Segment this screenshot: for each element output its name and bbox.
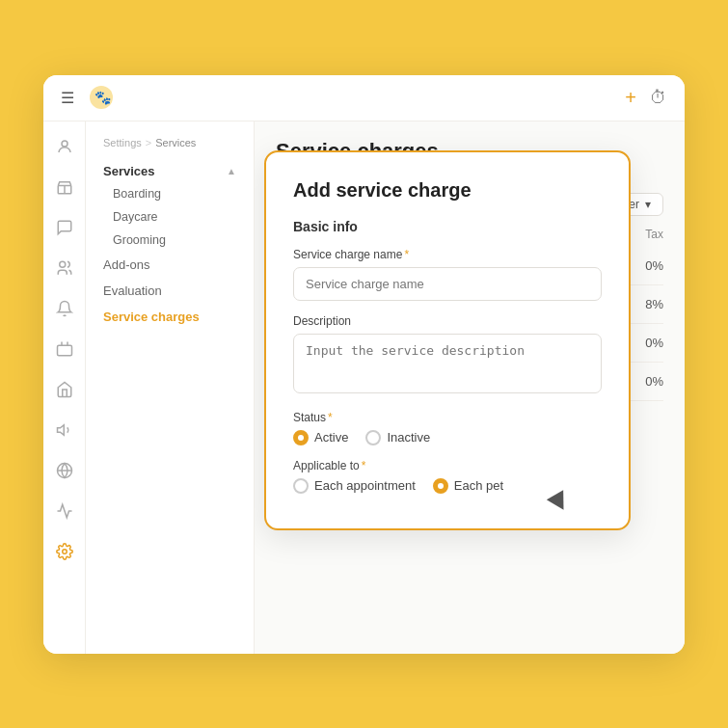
network-icon[interactable] (51, 457, 78, 484)
svg-text:🐾: 🐾 (94, 90, 112, 106)
name-field-label: Service charge name * (293, 248, 602, 261)
top-bar-right: + ⏱ (625, 87, 667, 109)
status-active-radio[interactable] (293, 430, 309, 445)
megaphone-icon[interactable] (51, 417, 78, 444)
sidebar-icons (43, 121, 86, 654)
status-radio-group: Active Inactive (293, 430, 602, 445)
modal-title: Add service charge (293, 179, 602, 202)
mouse-cursor (547, 490, 572, 515)
building-icon[interactable] (51, 376, 78, 403)
status-active-option[interactable]: Active (293, 430, 348, 445)
applicable-radio-group: Each appointment Each pet (293, 478, 602, 494)
tag-icon[interactable] (51, 336, 78, 363)
top-bar-left: ☰ 🐾 (61, 84, 115, 111)
status-required-star: * (328, 411, 333, 424)
chat-icon[interactable] (51, 214, 78, 241)
people-icon[interactable] (51, 255, 78, 282)
sidebar-item-boarding[interactable]: Boarding (86, 182, 254, 205)
status-inactive-option[interactable]: Inactive (365, 430, 430, 445)
applicable-required-star: * (362, 459, 366, 472)
applicable-appointment-label: Each appointment (314, 478, 416, 493)
name-required-star: * (404, 248, 409, 261)
store-icon[interactable] (51, 174, 78, 201)
breadcrumb-separator: > (146, 137, 151, 148)
top-bar: ☰ 🐾 + ⏱ (43, 75, 685, 121)
applicable-appointment-radio[interactable] (293, 478, 309, 494)
breadcrumb: Settings > Services (86, 137, 254, 160)
add-service-charge-modal: Add service charge Basic info Service ch… (264, 150, 631, 530)
breadcrumb-parent: Settings (103, 137, 142, 148)
user-icon[interactable] (51, 133, 78, 160)
sidebar-item-grooming[interactable]: Grooming (86, 229, 254, 252)
nav-sidebar: Settings > Services Services ▲ Boarding … (86, 121, 255, 654)
status-field-label: Status * (293, 411, 602, 424)
chart-icon[interactable] (51, 498, 78, 525)
svg-point-2 (62, 141, 67, 147)
applicable-pet-option[interactable]: Each pet (433, 478, 503, 494)
logo-icon: 🐾 (88, 84, 115, 111)
svg-point-9 (62, 549, 67, 553)
status-inactive-label: Inactive (387, 430, 430, 445)
svg-point-5 (59, 261, 65, 267)
nav-services-header[interactable]: Services ▲ (86, 160, 254, 182)
modal-overlay: Add service charge Basic info Service ch… (255, 121, 685, 654)
bell-icon[interactable] (51, 295, 78, 322)
applicable-field-label: Applicable to * (293, 459, 602, 472)
applicable-appointment-option[interactable]: Each appointment (293, 478, 416, 494)
svg-rect-6 (57, 345, 71, 356)
settings-icon[interactable] (51, 538, 78, 565)
nav-services-label: Services (103, 164, 155, 178)
app-window: ☰ 🐾 + ⏱ (43, 75, 685, 654)
status-active-label: Active (314, 430, 348, 445)
content-area: Service charges Service charges will be … (255, 121, 685, 654)
sidebar-item-service-charges[interactable]: Service charges (86, 304, 254, 330)
sidebar-item-addons[interactable]: Add-ons (86, 252, 254, 278)
clock-icon: ⏱ (650, 88, 667, 108)
name-input[interactable] (293, 267, 602, 301)
chevron-up-icon: ▲ (227, 166, 236, 176)
status-inactive-radio[interactable] (365, 430, 381, 445)
hamburger-icon[interactable]: ☰ (61, 89, 74, 107)
main-layout: Settings > Services Services ▲ Boarding … (43, 121, 685, 654)
basic-info-label: Basic info (293, 219, 602, 234)
description-textarea[interactable] (293, 334, 602, 393)
applicable-pet-label: Each pet (454, 478, 503, 493)
add-button[interactable]: + (625, 87, 636, 109)
applicable-pet-radio[interactable] (433, 478, 448, 494)
description-field-label: Description (293, 314, 602, 328)
sidebar-item-evaluation[interactable]: Evaluation (86, 278, 254, 304)
breadcrumb-current: Services (155, 137, 196, 148)
chevron-down-icon: ▾ (645, 198, 651, 211)
sidebar-item-daycare[interactable]: Daycare (86, 205, 254, 229)
